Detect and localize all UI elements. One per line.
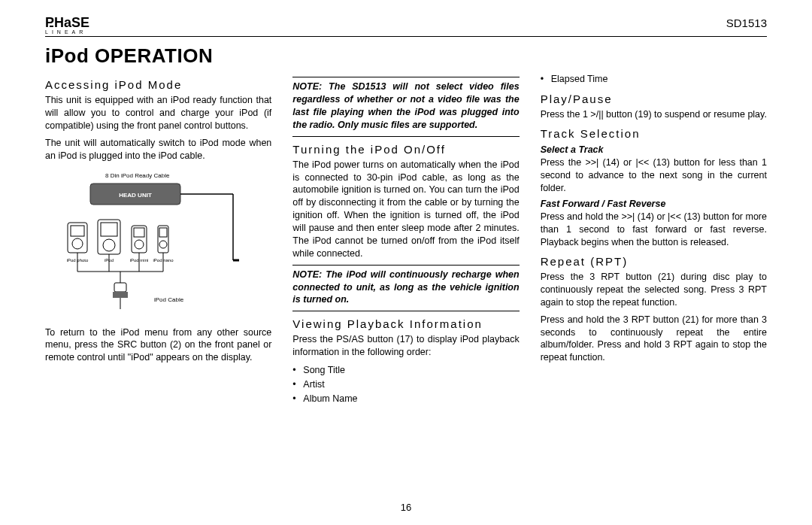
body-text: This unit is equipped with an iPod ready… — [45, 94, 271, 132]
note-text: NOTE: The SD1513 will not select video f… — [292, 80, 519, 132]
svg-text:iPod nano: iPod nano — [153, 258, 174, 262]
svg-point-6 — [72, 238, 83, 249]
page-header: PHaSE LINEAR SD1513 — [45, 17, 767, 37]
svg-rect-10 — [101, 223, 117, 236]
brand-logo: PHaSE LINEAR — [45, 17, 89, 35]
model-number: SD1513 — [726, 17, 767, 29]
body-text: Press the 3 RPT button (21) during disc … — [541, 271, 767, 309]
brand-sub: LINEAR — [45, 29, 86, 35]
svg-rect-27 — [113, 292, 128, 298]
head-unit-label: HEAD UNIT — [119, 192, 152, 199]
column-2: NOTE: The SD1513 will not select video f… — [292, 72, 519, 410]
body-text: The iPod power turns on automatically wh… — [292, 159, 519, 260]
subheading-fast-forward: Fast Forward / Fast Reverse — [541, 199, 767, 209]
svg-rect-26 — [114, 283, 126, 292]
column-1: Accessing iPod Mode This unit is equippe… — [45, 72, 271, 410]
brand-main: PHaSE — [45, 17, 89, 29]
body-text: Press the >>| (14) or |<< (13) button fo… — [541, 156, 767, 195]
divider — [292, 136, 519, 137]
svg-rect-5 — [71, 226, 84, 236]
heading-accessing-ipod: Accessing iPod Mode — [45, 78, 271, 91]
subheading-select-track: Select a Track — [541, 144, 767, 155]
list-item: Artist — [303, 378, 519, 392]
svg-text:iPod Cable: iPod Cable — [154, 296, 184, 303]
divider — [292, 265, 519, 266]
heading-track-selection: Track Selection — [541, 127, 767, 140]
svg-text:iPod: iPod — [105, 258, 114, 262]
column-3: Elapsed Time Play/Pause Press the 1 >/||… — [541, 72, 767, 410]
body-text: To return to the iPod menu from any othe… — [45, 326, 271, 365]
list-item: Song Title — [303, 363, 519, 378]
divider — [292, 311, 519, 311]
playback-info-list-cont: Elapsed Time — [541, 72, 767, 86]
heading-repeat: Repeat (RPT) — [541, 255, 767, 268]
heading-turning-on-off: Turning the iPod On/Off — [292, 143, 519, 156]
body-text: Press and hold the >>| (14) or |<< (13) … — [541, 211, 767, 249]
svg-text:iPod mini: iPod mini — [130, 258, 149, 262]
svg-rect-15 — [134, 228, 144, 237]
body-text: Press and hold the 3 RPT button (21) for… — [541, 314, 767, 365]
body-text: Press the PS/AS button (17) to display i… — [292, 333, 519, 359]
svg-rect-20 — [159, 228, 167, 237]
body-text: Press the 1 >/|| button (19) to suspend … — [541, 108, 767, 121]
note-text: NOTE: The iPod will continuously recharg… — [292, 269, 519, 307]
heading-viewing-playback: Viewing Playback Information — [292, 317, 519, 330]
list-item: Elapsed Time — [551, 72, 767, 86]
svg-point-11 — [103, 239, 115, 251]
heading-play-pause: Play/Pause — [541, 93, 767, 105]
playback-info-list: Song Title Artist Album Name — [292, 363, 519, 405]
ipod-connection-diagram: 8 Din iPod Ready Cable HEAD UNIT iPod ph… — [45, 170, 271, 320]
body-text: The unit will automatically switch to iP… — [45, 137, 271, 162]
content-columns: Accessing iPod Mode This unit is equippe… — [45, 72, 767, 410]
list-item: Album Name — [303, 392, 519, 406]
svg-point-16 — [135, 240, 144, 249]
divider — [292, 77, 519, 77]
svg-point-21 — [159, 241, 167, 248]
page-number: 16 — [401, 502, 411, 513]
cable-label: 8 Din iPod Ready Cable — [105, 172, 170, 179]
svg-text:iPod photo: iPod photo — [67, 258, 89, 262]
page-title: iPod OPERATION — [45, 44, 767, 68]
